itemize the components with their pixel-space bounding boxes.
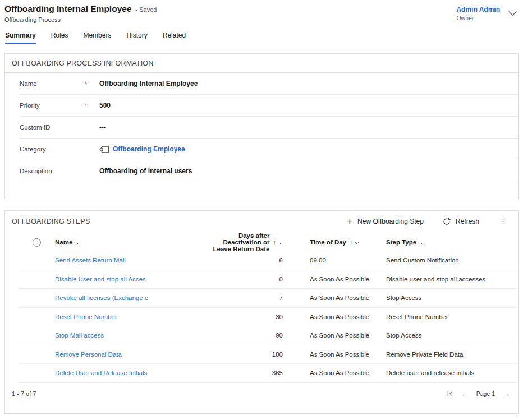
previous-page-icon[interactable]: ← [461,390,469,398]
days-cell: 30 [276,313,283,320]
step-type-cell: Send Custom Notification [386,257,459,264]
lookup-link[interactable]: Offboarding Employee [113,145,185,153]
section-title-process-information: OFFBOARDING PROCESS INFORMATION [12,59,154,67]
page-number-label: Page 1 [476,390,495,397]
grid-header-row: Name Days after Deactivation or Leave Re… [19,232,518,251]
tab-related[interactable]: Related [163,31,186,44]
pager: ← Page 1 → [447,390,510,398]
tab-roles[interactable]: Roles [51,31,68,44]
first-page-icon[interactable] [447,390,453,397]
owner-role-label: Owner [456,15,500,21]
form-fields: Name * Offboarding Internal Employee Pri… [5,73,518,182]
sort-ascending-icon: ↑ [350,239,353,246]
step-type-cell: Stop Access [386,294,421,301]
next-page-icon[interactable]: → [503,390,510,398]
field-label: Description [20,168,85,174]
step-name-link[interactable]: Revoke all licenses (Exchange e [55,294,148,301]
offboarding-steps-section: OFFBOARDING STEPS + New Offboarding Step… [4,210,519,414]
step-name-link[interactable]: Send Assets Return Mail [55,257,126,264]
page-header: Offboarding Internal Employee - Saved Of… [0,0,523,23]
time-of-day-cell: As Soon As Possible [310,276,369,283]
column-chevron-icon [355,242,359,244]
time-of-day-cell: As Soon As Possible [310,332,369,339]
tab-members[interactable]: Members [83,31,111,44]
process-information-section: OFFBOARDING PROCESS INFORMATION Name * O… [4,53,519,199]
column-chevron-icon [278,242,283,244]
step-type-cell: Disable user and stop all accesses [386,276,485,283]
step-type-cell: Reset Phone Number [386,313,448,320]
more-commands-icon[interactable]: ⋮ [496,217,510,227]
table-row[interactable]: Disable User and stop all Acces 0 As Soo… [19,270,518,289]
time-of-day-cell: As Soon As Possible [310,370,369,376]
header-collapse-chevron-icon[interactable] [508,11,517,16]
table-row[interactable]: Reset Phone Number 30 As Soon As Possibl… [19,308,518,327]
days-cell: 90 [276,332,283,339]
save-status: - Saved [136,6,157,13]
step-type-cell: Remove Private Field Data [386,351,463,358]
required-asterisk: * [85,80,99,87]
column-chevron-icon [419,242,424,244]
column-header-step-type[interactable]: Step Type [382,239,518,246]
refresh-button[interactable]: Refresh [441,216,481,227]
days-cell: -6 [277,257,283,264]
field-value[interactable]: Offboarding Internal Employee [99,80,198,87]
field-value[interactable]: --- [99,123,106,131]
step-name-link[interactable]: Remove Personal Data [55,351,122,358]
category-tag-icon [99,146,109,153]
column-header-name[interactable]: Name [54,239,207,246]
days-cell: 365 [272,370,283,376]
entity-type-label: Offboarding Process [4,16,157,23]
form-field-row: Custom ID --- [20,117,518,139]
sort-ascending-icon: ↑ [273,239,277,246]
grid-footer: 1 - 7 of 7 ← Page 1 → [5,383,518,398]
owner-link[interactable]: Admin Admin [456,6,500,13]
time-of-day-cell: 09.00 [310,257,326,264]
field-value[interactable]: 500 [99,101,111,109]
field-label: Name [20,80,85,87]
field-label: Custom ID [20,124,85,131]
refresh-icon [443,218,451,225]
days-cell: 180 [272,351,283,358]
select-all-checkbox[interactable] [33,238,41,247]
time-of-day-cell: As Soon As Possible [310,294,369,301]
page-title: Offboarding Internal Employee [4,4,132,14]
owner-block: Admin Admin Owner [456,4,517,21]
field-value[interactable]: Offboarding of internal users [99,167,192,175]
new-offboarding-step-button[interactable]: + New Offboarding Step [345,216,426,227]
record-count: 1 - 7 of 7 [12,390,36,397]
table-row[interactable]: Send Assets Return Mail -6 09.00 Send Cu… [19,251,518,270]
table-row[interactable]: Delete User and Release Initials 365 As … [19,364,518,383]
form-field-row: Category Offboarding Employee [20,139,518,160]
field-label: Priority [20,102,85,109]
step-type-cell: Delete user and release initials [386,370,474,376]
form-field-row: Name * Offboarding Internal Employee [20,73,518,95]
plus-icon: + [347,219,352,224]
form-field-row: Description Offboarding of internal user… [20,160,518,182]
subgrid-toolbar: + New Offboarding Step Refresh ⋮ [345,216,510,227]
tab-summary[interactable]: Summary [5,31,36,44]
table-row[interactable]: Stop Mail access 90 As Soon As Possible … [19,326,518,345]
column-header-time[interactable]: Time of Day ↑ [283,239,382,246]
step-name-link[interactable]: Stop Mail access [55,332,104,339]
table-row[interactable]: Revoke all licenses (Exchange e 7 As Soo… [19,289,518,308]
time-of-day-cell: As Soon As Possible [310,351,369,358]
table-row[interactable]: Remove Personal Data 180 As Soon As Poss… [19,345,518,364]
lookup-value: Offboarding Employee [99,145,185,153]
step-name-link[interactable]: Reset Phone Number [55,313,117,320]
column-header-days[interactable]: Days after Deactivation or Leave Return … [207,232,283,252]
required-asterisk: * [85,102,99,109]
grid-body: Send Assets Return Mail -6 09.00 Send Cu… [5,251,518,383]
step-name-link[interactable]: Disable User and stop all Acces [55,276,146,283]
field-label: Category [20,146,85,153]
tab-history[interactable]: History [126,31,147,44]
title-block: Offboarding Internal Employee - Saved Of… [4,4,157,23]
step-name-link[interactable]: Delete User and Release Initials [55,370,147,376]
tab-bar: SummaryRolesMembersHistoryRelated [0,23,523,44]
section-title-offboarding-steps: OFFBOARDING STEPS [12,218,90,225]
form-field-row: Priority * 500 [20,95,518,117]
time-of-day-cell: As Soon As Possible [310,313,369,320]
step-type-cell: Stop Access [386,332,421,339]
column-chevron-icon [75,242,80,244]
